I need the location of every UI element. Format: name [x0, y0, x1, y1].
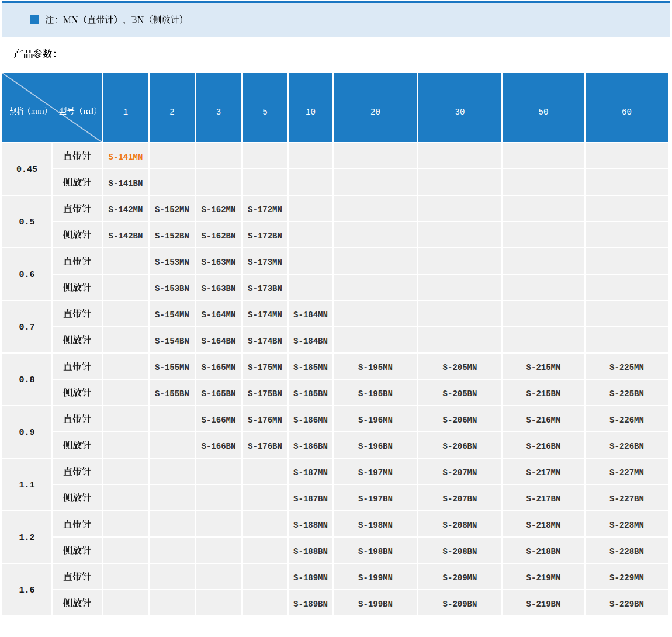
model-cell[interactable]: S-196BN: [334, 432, 418, 459]
model-cell[interactable]: S-152BN: [150, 222, 196, 248]
model-cell[interactable]: S-176MN: [243, 406, 289, 432]
model-cell[interactable]: S-141BN: [103, 169, 150, 196]
model-cell[interactable]: S-166MN: [196, 406, 243, 432]
model-cell[interactable]: S-176BN: [243, 432, 289, 459]
model-cell[interactable]: S-165BN: [196, 380, 243, 406]
model-cell[interactable]: S-166BN: [196, 432, 243, 459]
model-cell[interactable]: S-165MN: [196, 354, 243, 380]
row-type-cell-mn: [53, 301, 103, 327]
model-cell[interactable]: S-187BN: [289, 485, 334, 511]
empty-cell: [334, 248, 418, 275]
model-cell[interactable]: S-162BN: [196, 222, 243, 248]
model-cell[interactable]: S-217BN: [503, 485, 586, 511]
model-cell[interactable]: S-197BN: [334, 485, 418, 511]
model-cell[interactable]: S-227MN: [586, 459, 669, 485]
model-cell[interactable]: S-189BN: [289, 590, 334, 617]
empty-cell: [503, 196, 586, 222]
model-cell[interactable]: S-197MN: [334, 459, 418, 485]
model-cell[interactable]: S-229MN: [586, 564, 669, 590]
model-cell[interactable]: S-184MN: [289, 301, 334, 327]
model-cell[interactable]: S-188MN: [289, 511, 334, 538]
model-cell[interactable]: S-189MN: [289, 564, 334, 590]
empty-cell: [334, 169, 418, 196]
model-cell[interactable]: S-225BN: [586, 380, 669, 406]
model-cell[interactable]: S-184BN: [289, 327, 334, 354]
model-cell[interactable]: S-207BN: [418, 485, 503, 511]
model-cell[interactable]: S-141MN: [103, 143, 150, 169]
model-cell[interactable]: S-229BN: [586, 590, 669, 617]
model-cell[interactable]: S-185BN: [289, 380, 334, 406]
model-cell[interactable]: S-175BN: [243, 380, 289, 406]
model-cell[interactable]: S-205BN: [418, 380, 503, 406]
model-cell[interactable]: S-154MN: [150, 301, 196, 327]
model-cell[interactable]: S-228MN: [586, 511, 669, 538]
model-cell[interactable]: S-215MN: [503, 354, 586, 380]
model-cell[interactable]: S-196MN: [334, 406, 418, 432]
model-cell[interactable]: S-173BN: [243, 275, 289, 301]
model-cell[interactable]: S-209BN: [418, 590, 503, 617]
model-cell[interactable]: S-198BN: [334, 538, 418, 564]
row-type-cell-bn: [53, 485, 103, 511]
model-cell[interactable]: S-199MN: [334, 564, 418, 590]
table-row: 0.8S-155MNS-165MNS-175MNS-185MNS-195MNS-…: [2, 354, 669, 380]
model-cell[interactable]: S-216BN: [503, 432, 586, 459]
model-cell[interactable]: S-163BN: [196, 275, 243, 301]
model-cell[interactable]: S-186MN: [289, 406, 334, 432]
model-cell[interactable]: S-215BN: [503, 380, 586, 406]
model-cell[interactable]: S-218MN: [503, 511, 586, 538]
model-cell[interactable]: S-218BN: [503, 538, 586, 564]
model-cell[interactable]: S-162MN: [196, 196, 243, 222]
row-type-label-glyphs: [63, 283, 91, 292]
model-cell[interactable]: S-152MN: [150, 196, 196, 222]
model-cell[interactable]: S-188BN: [289, 538, 334, 564]
model-cell[interactable]: S-172MN: [243, 196, 289, 222]
empty-cell: [503, 222, 586, 248]
model-cell[interactable]: S-142MN: [103, 196, 150, 222]
model-cell[interactable]: S-225MN: [586, 354, 669, 380]
model-cell[interactable]: S-164MN: [196, 301, 243, 327]
model-cell[interactable]: S-207MN: [418, 459, 503, 485]
model-cell[interactable]: S-205MN: [418, 354, 503, 380]
model-cell[interactable]: S-216MN: [503, 406, 586, 432]
model-cell[interactable]: S-227BN: [586, 485, 669, 511]
model-cell[interactable]: S-226BN: [586, 432, 669, 459]
model-cell[interactable]: S-154BN: [150, 327, 196, 354]
model-cell[interactable]: S-195MN: [334, 354, 418, 380]
model-cell[interactable]: S-174BN: [243, 327, 289, 354]
table-row: S-189BNS-199BNS-209BNS-219BNS-229BN: [2, 590, 669, 617]
model-cell[interactable]: S-186BN: [289, 432, 334, 459]
empty-cell: [418, 275, 503, 301]
model-cell[interactable]: S-153BN: [150, 275, 196, 301]
model-cell[interactable]: S-187MN: [289, 459, 334, 485]
model-cell[interactable]: S-155MN: [150, 354, 196, 380]
model-cell[interactable]: S-219MN: [503, 564, 586, 590]
model-cell[interactable]: S-206MN: [418, 406, 503, 432]
model-cell[interactable]: S-164BN: [196, 327, 243, 354]
model-cell[interactable]: S-175MN: [243, 354, 289, 380]
model-cell[interactable]: S-198MN: [334, 511, 418, 538]
empty-cell: [196, 590, 243, 617]
model-cell[interactable]: S-195BN: [334, 380, 418, 406]
model-cell[interactable]: S-208BN: [418, 538, 503, 564]
model-cell[interactable]: S-142BN: [103, 222, 150, 248]
empty-cell: [586, 143, 669, 169]
model-cell[interactable]: S-155BN: [150, 380, 196, 406]
model-cell[interactable]: S-163MN: [196, 248, 243, 275]
row-type-label-glyphs: [63, 546, 91, 555]
model-cell[interactable]: S-185MN: [289, 354, 334, 380]
model-cell[interactable]: S-209MN: [418, 564, 503, 590]
model-cell[interactable]: S-208MN: [418, 511, 503, 538]
row-type-cell-bn: [53, 275, 103, 301]
model-cell[interactable]: S-206BN: [418, 432, 503, 459]
spec-value-cell: 0.9: [2, 406, 53, 459]
model-cell[interactable]: S-153MN: [150, 248, 196, 275]
model-cell[interactable]: S-228BN: [586, 538, 669, 564]
model-cell[interactable]: S-226MN: [586, 406, 669, 432]
model-cell[interactable]: S-217MN: [503, 459, 586, 485]
model-cell[interactable]: S-219BN: [503, 590, 586, 617]
model-cell[interactable]: S-174MN: [243, 301, 289, 327]
model-cell[interactable]: S-172BN: [243, 222, 289, 248]
model-cell[interactable]: S-199BN: [334, 590, 418, 617]
model-cell[interactable]: S-173MN: [243, 248, 289, 275]
empty-cell: [418, 248, 503, 275]
